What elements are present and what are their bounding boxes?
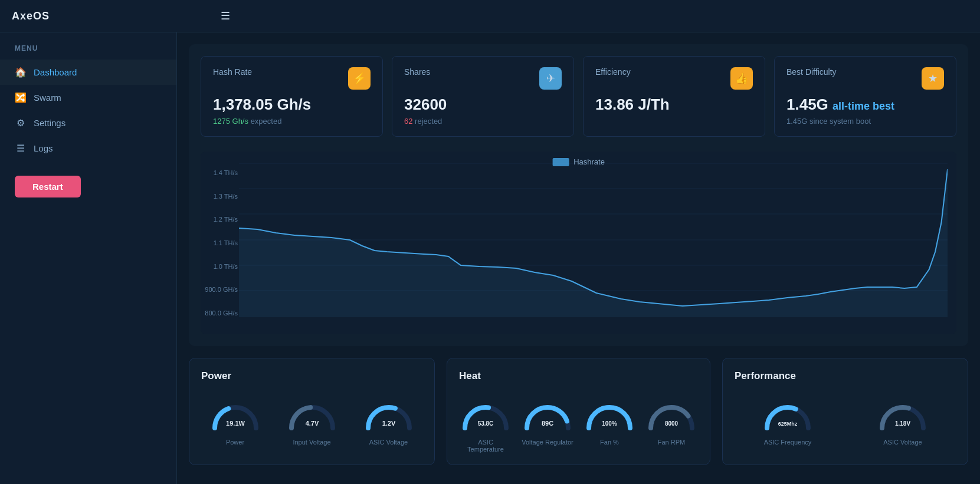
svg-text:89C: 89C [542,420,553,427]
app-logo: AxeOS [12,10,50,22]
shares-rejected-label: rejected [415,117,442,126]
power-gauges-row: 19.1W Power 4.7V Input Voltage [201,393,422,446]
heat-panel: Heat 53.8C ASIC Temperature [447,358,710,465]
input-voltage-gauge-svg: 4.7V [286,393,339,434]
best-difficulty-card: Best Difficulty ★ 1.45G all-time best 1.… [774,56,956,137]
shares-header: Shares ✈ [404,67,562,90]
stats-cards: Hash Rate ⚡ 1,378.05 Gh/s 1275 Gh/s expe… [201,56,956,137]
asic-temp-gauge: 53.8C ASIC Temperature [459,393,512,453]
logs-icon: ☰ [15,143,27,154]
heat-gauges-row: 53.8C ASIC Temperature 89C Voltage Regul… [459,393,698,453]
svg-text:53.8C: 53.8C [478,420,494,427]
fan-percent-gauge: 100% Fan % [583,393,636,453]
asic-voltage-power-gauge-svg: 1.2V [362,393,415,434]
efficiency-card: Efficiency 👍 13.86 J/Th [583,56,765,137]
best-difficulty-sub: 1.45G since system boot [786,117,944,126]
voltage-reg-gauge-svg: 89C [521,393,574,434]
hashrate-value: 1,378.05 Gh/s [213,96,371,114]
sidebar-item-swarm[interactable]: 🔀 Swarm [0,85,176,110]
sidebar-item-settings[interactable]: ⚙ Settings [0,110,176,136]
sidebar-item-label: Dashboard [34,67,77,77]
shares-icon: ✈ [539,67,562,90]
heat-panel-title: Heat [459,370,698,382]
sidebar-item-logs[interactable]: ☰ Logs [0,136,176,161]
svg-text:1.2V: 1.2V [382,420,395,427]
hashrate-icon: ⚡ [348,67,371,90]
asic-frequency-gauge-svg: 625Mhz [761,393,814,434]
asic-temp-gauge-svg: 53.8C [459,393,512,434]
efficiency-title: Efficiency [595,67,631,77]
svg-text:19.1W: 19.1W [226,420,245,427]
restart-button[interactable]: Restart [15,176,81,197]
shares-rejected-count: 62 [404,117,412,126]
y-label-0: 1.4 TH/s [204,169,238,176]
y-label-3: 1.1 TH/s [204,239,238,246]
hashrate-card: Hash Rate ⚡ 1,378.05 Gh/s 1275 Gh/s expe… [201,56,383,137]
performance-panel: Performance 625Mhz ASIC Frequency [722,358,968,465]
performance-panel-title: Performance [735,370,956,382]
asic-voltage-perf-gauge-svg: 1.18V [876,393,929,434]
shares-title: Shares [404,67,430,77]
voltage-reg-gauge: 89C Voltage Regulator [521,393,574,453]
y-label-6: 800.0 GH/s [204,310,238,317]
asic-frequency-label: ASIC Frequency [764,439,812,446]
fan-rpm-label: Fan RPM [658,439,685,446]
hashrate-chart-svg [239,163,948,317]
chart-y-labels: 1.4 TH/s 1.3 TH/s 1.2 TH/s 1.1 TH/s 1.0 … [204,169,238,317]
sidebar-item-label: Swarm [34,93,61,103]
fan-rpm-gauge-svg: 8000 [645,393,698,434]
hashrate-chart: Hashrate 1.4 TH/s 1.3 TH/s 1.2 TH/s 1.1 … [201,152,956,334]
best-difficulty-title: Best Difficulty [786,67,837,77]
hashrate-expected-value: 1275 Gh/s [213,117,248,126]
navbar: AxeOS ☰ [0,0,980,32]
power-gauge-svg: 19.1W [209,393,262,434]
input-voltage-label: Input Voltage [293,439,330,446]
y-label-1: 1.3 TH/s [204,193,238,200]
asic-voltage-perf-gauge: 1.18V ASIC Voltage [876,393,929,446]
hashrate-title: Hash Rate [213,67,252,77]
efficiency-icon: 👍 [730,67,753,90]
stats-panel: Hash Rate ⚡ 1,378.05 Gh/s 1275 Gh/s expe… [189,44,968,346]
efficiency-value: 13.86 J/Th [595,96,753,114]
hamburger-menu-icon[interactable]: ☰ [221,9,230,22]
performance-gauges-row: 625Mhz ASIC Frequency 1.18V ASIC Voltage [735,393,956,446]
hashrate-expected-label: expected [251,117,282,126]
svg-text:100%: 100% [602,420,617,427]
svg-text:1.18V: 1.18V [895,420,910,427]
voltage-reg-label: Voltage Regulator [522,439,573,446]
y-label-5: 900.0 GH/s [204,286,238,293]
legend-color-hashrate [552,158,569,166]
svg-text:625Mhz: 625Mhz [778,421,798,427]
best-difficulty-icon: ★ [922,67,944,90]
asic-voltage-power-gauge: 1.2V ASIC Voltage [362,393,415,446]
asic-voltage-perf-label: ASIC Voltage [883,439,922,446]
hashrate-sub: 1275 Gh/s expected [213,117,371,126]
fan-rpm-gauge: 8000 Fan RPM [645,393,698,453]
asic-temp-label: ASIC Temperature [459,439,512,453]
sidebar-item-label: Logs [34,143,53,153]
shares-value: 32600 [404,96,562,114]
svg-text:4.7V: 4.7V [305,420,319,427]
sidebar-menu-label: MENU [0,44,176,60]
chart-legend: Hashrate [552,157,605,166]
input-voltage-gauge: 4.7V Input Voltage [286,393,339,446]
y-label-4: 1.0 TH/s [204,263,238,270]
sidebar-item-dashboard[interactable]: 🏠 Dashboard [0,60,176,85]
svg-text:8000: 8000 [665,420,679,427]
bottom-panels: Power 19.1W Power [189,358,968,465]
power-panel: Power 19.1W Power [189,358,435,465]
home-icon: 🏠 [15,67,27,78]
hashrate-header: Hash Rate ⚡ [213,67,371,90]
gear-icon: ⚙ [15,117,27,129]
sidebar-item-label: Settings [34,118,65,128]
power-gauge-label: Power [226,439,244,446]
shares-card: Shares ✈ 32600 62 rejected [392,56,574,137]
asic-voltage-power-label: ASIC Voltage [369,439,408,446]
content-area: Hash Rate ⚡ 1,378.05 Gh/s 1275 Gh/s expe… [177,32,980,484]
shares-sub: 62 rejected [404,117,562,126]
asic-frequency-gauge: 625Mhz ASIC Frequency [761,393,814,446]
main-layout: MENU 🏠 Dashboard 🔀 Swarm ⚙ Settings ☰ Lo… [0,32,980,484]
svg-marker-7 [239,169,948,317]
best-difficulty-header: Best Difficulty ★ [786,67,944,90]
all-time-best-label: all-time best [832,100,894,112]
